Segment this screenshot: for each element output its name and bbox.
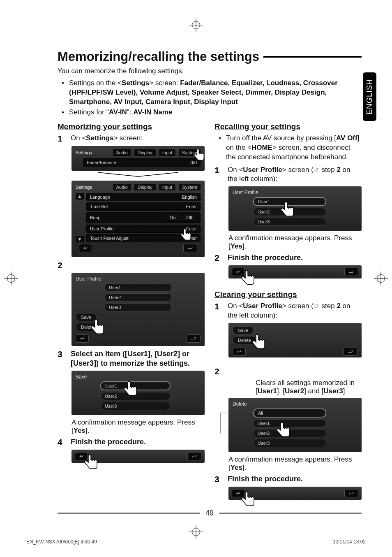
toggle-on: On — [165, 214, 180, 222]
confirm-note: A confirmation message appears. Press [Y… — [228, 234, 362, 251]
step-text: On <User Profile> screen (☞ step 2 on th… — [228, 165, 362, 184]
row-label: Time Set — [90, 204, 108, 209]
bullet-item: Settings for "AV-IN": AV-IN Name — [58, 108, 362, 117]
screen-title: User Profile — [76, 276, 201, 282]
pointer-hand-icon — [238, 490, 258, 510]
step-number: 3 — [214, 474, 223, 484]
toggle-off: Off — [182, 214, 197, 222]
bullet-item: Turn off the AV source by pressing [AV O… — [214, 134, 362, 162]
home-icon — [187, 452, 201, 460]
pointer-hand-icon — [238, 269, 258, 288]
screen-title: User Profile — [233, 190, 357, 195]
crop-mark — [20, 7, 25, 29]
row-label: Touch Panel Adjust — [90, 236, 129, 241]
text: > screen (☞ step — [282, 166, 337, 174]
subheading-memorizing: Memorizing your settings — [58, 122, 205, 131]
pointer-hand-icon — [249, 333, 269, 353]
pointer-hand-icon — [88, 318, 108, 338]
confirm-note: A confirmation message appears. Press [Y… — [228, 455, 362, 472]
pointer-hand-icon — [278, 200, 297, 220]
text: ": — [127, 108, 133, 116]
user-option: User3 — [100, 402, 171, 410]
screenshot-save: Save User1 User2 User3 — [71, 371, 205, 415]
pointer-hand-icon — [81, 453, 101, 473]
footer-rule — [58, 513, 200, 514]
screen-title: Delete — [233, 401, 357, 407]
page-title: Memorizing/recalling the settings — [58, 49, 259, 64]
text-bold: HOME — [251, 144, 272, 151]
bullet-item: Settings on the <Settings> screen: Fader… — [58, 79, 362, 107]
list-row: LanguageEnglish — [86, 193, 201, 201]
step-text: Finish the procedure. — [228, 253, 303, 263]
back-icon — [79, 244, 92, 252]
text: On < — [71, 134, 86, 142]
row-label: Language — [90, 195, 110, 200]
user-option: User2 — [104, 293, 172, 302]
text-bold: User Profile — [243, 166, 282, 174]
pointer-hand-icon — [191, 148, 207, 163]
tab: Input — [159, 184, 175, 190]
title-rule — [263, 56, 362, 58]
step-number: 1 — [58, 134, 66, 144]
text: ] and [ — [304, 387, 323, 395]
subheading-clearing: Clearing your settings — [214, 290, 362, 299]
home-icon — [344, 348, 357, 356]
pointer-hand-icon — [121, 380, 141, 399]
screenshot-finish-bar — [71, 450, 205, 463]
pointer-hand-icon — [274, 421, 293, 441]
text: ]. — [242, 464, 246, 471]
tab: Display — [134, 184, 156, 190]
text: On < — [228, 302, 243, 310]
language-tab: ENGLISH — [363, 72, 376, 121]
screenshot-user-profile-recall: User Profile User1 User2 User3 — [228, 186, 362, 231]
text: > screen: — [113, 134, 142, 142]
screenshot-settings-top: Settings Audio Display Input System Fade… — [71, 146, 205, 171]
text-bold: Yes — [231, 464, 242, 471]
text: > screen (☞ step — [282, 302, 337, 310]
register-mark — [6, 273, 16, 284]
step-number: 2 — [58, 260, 66, 270]
row-label: Beep — [90, 215, 101, 220]
back-icon — [233, 348, 246, 356]
list-row: Time SetEnter — [86, 202, 201, 211]
delete-option: All — [253, 408, 326, 418]
footer-rule — [219, 513, 362, 514]
down-chevron-icon — [71, 172, 205, 178]
tab: Display — [134, 149, 156, 156]
text: > screen: — [149, 79, 180, 87]
pointer-hand-icon — [178, 227, 194, 243]
text: On < — [228, 166, 243, 174]
crop-mark — [20, 528, 25, 550]
text-bold: User3 — [323, 387, 343, 395]
clear-note: Clears all settings memorized in [User1]… — [256, 379, 362, 395]
screen-label: Settings — [76, 150, 92, 155]
confirm-note: A confirmation message appears. Press [Y… — [71, 418, 205, 435]
register-mark — [191, 527, 201, 537]
register-mark — [191, 20, 201, 30]
screenshot-user-profile: User Profile User1 User2 User3 Save Dele… — [71, 273, 205, 346]
text-bold: 2 — [337, 166, 340, 174]
home-icon — [344, 268, 358, 276]
page-number: 49 — [203, 509, 216, 518]
text-bold: AV-IN Name — [133, 108, 172, 116]
intro-text: You can memorize the following settings: — [58, 67, 362, 76]
step-text: On <Settings> screen: — [71, 134, 143, 144]
subheading-recalling: Recalling your settings — [214, 122, 362, 131]
screen-label: Settings — [76, 185, 92, 190]
file-info-left: EN_KW-NSX700/600[E].indb 49 — [26, 539, 97, 545]
text: ], [ — [277, 387, 285, 395]
step-text: On <User Profile> screen (☞ step 2 on th… — [228, 302, 362, 320]
scroll-down-icon: ▼ — [76, 236, 84, 242]
row-label: User Profile — [90, 226, 113, 231]
step-text: Select an item ([User1], [User2] or [Use… — [71, 349, 205, 369]
home-icon — [183, 244, 197, 252]
step-text: Finish the procedure. — [228, 474, 303, 484]
text: A confirmation message appears. Press [ — [228, 455, 352, 471]
step-number: 4 — [58, 437, 66, 447]
text: A confirmation message appears. Press [ — [228, 234, 352, 250]
text-bold: Settings — [86, 134, 113, 142]
row-label: Fader/Balance — [87, 160, 116, 165]
text-bold: User1 — [258, 387, 277, 395]
screenshot-finish-bar — [228, 265, 362, 278]
tab: Audio — [113, 184, 131, 190]
